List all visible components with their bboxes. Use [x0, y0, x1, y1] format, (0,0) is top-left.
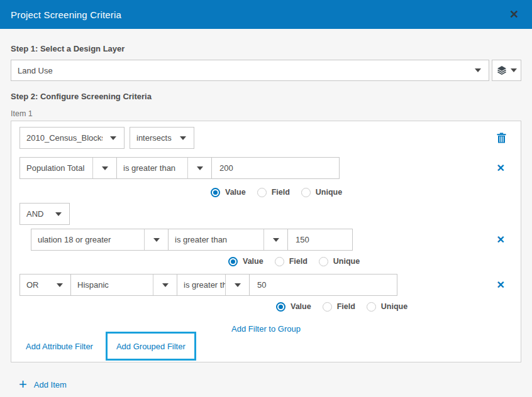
filter1-operator-select[interactable]: is greater than	[116, 157, 212, 179]
field-radio-label: Field	[272, 188, 290, 197]
filter2-value-input[interactable]	[287, 229, 353, 251]
remove-filter1-icon[interactable]: ✕	[497, 163, 505, 173]
filter1-mode-radios: Value Field Unique	[211, 187, 513, 197]
chevron-down-icon	[103, 128, 124, 148]
chevron-down-icon	[225, 275, 249, 295]
chevron-down-icon	[187, 158, 211, 178]
value-radio[interactable]	[228, 257, 238, 266]
filter1-field-select[interactable]: Population Total	[19, 157, 117, 179]
delete-item-button[interactable]	[497, 133, 506, 143]
layer-operator-row: 2010_Census_Blocks intersects	[19, 127, 513, 149]
add-item-button[interactable]: + Add Item	[19, 379, 521, 390]
and-conjunction-value: AND	[20, 209, 48, 219]
design-layer-select[interactable]: Land Use	[11, 60, 489, 81]
value-radio[interactable]	[211, 188, 220, 197]
filter3-field-value: Hispanic	[71, 280, 153, 290]
remove-filter2-icon[interactable]: ✕	[497, 235, 505, 245]
close-icon[interactable]: ✕	[507, 8, 521, 21]
dialog-body: Step 1: Select a Design Layer Land Use S…	[0, 44, 532, 390]
item-label: Item 1	[11, 109, 521, 118]
add-grouped-filter-link[interactable]: Add Grouped Filter	[116, 342, 186, 351]
add-filter-to-group-link[interactable]: Add Filter to Group	[231, 324, 301, 334]
and-conjunction-select[interactable]: AND	[19, 203, 70, 225]
filter3-field-select[interactable]: Hispanic	[70, 274, 177, 296]
chevron-down-icon	[263, 229, 287, 250]
value-radio-label: Value	[243, 257, 263, 266]
value-radio-label: Value	[225, 188, 246, 197]
step1-label: Step 1: Select a Design Layer	[11, 44, 521, 53]
design-layer-value: Land Use	[11, 66, 467, 75]
unique-radio-label: Unique	[381, 302, 407, 311]
census-layer-select[interactable]: 2010_Census_Blocks	[19, 127, 125, 149]
filter1-value-input[interactable]	[211, 157, 340, 179]
or-conjunction-value: OR	[20, 280, 49, 290]
field-radio-label: Field	[289, 257, 308, 266]
chevron-down-icon	[467, 60, 489, 80]
unique-radio[interactable]	[319, 257, 328, 266]
add-item-label: Add Item	[34, 380, 67, 389]
add-grouped-filter-highlight: Add Grouped Filter	[106, 332, 196, 361]
layers-icon	[497, 65, 507, 75]
dialog-header: Project Screening Criteria ✕	[0, 0, 532, 29]
filter2-field-value: ulation 18 or greater	[31, 235, 144, 244]
chevron-down-icon	[49, 275, 70, 295]
add-attribute-filter-link[interactable]: Add Attribute Filter	[26, 342, 93, 351]
unique-radio[interactable]	[301, 188, 311, 197]
filter3-value-input[interactable]	[249, 274, 397, 296]
filter2-mode-radios: Value Field Unique	[228, 256, 513, 266]
layer-options-dropdown[interactable]	[492, 60, 521, 81]
value-radio[interactable]	[276, 302, 285, 312]
design-layer-row: Land Use	[11, 60, 521, 81]
unique-radio-label: Unique	[333, 257, 360, 266]
spatial-operator-value: intersects	[130, 133, 172, 143]
or-conjunction-select[interactable]: OR	[19, 274, 71, 296]
conjunction-row: AND	[19, 203, 513, 225]
chevron-down-icon	[92, 158, 116, 178]
value-radio-label: Value	[291, 302, 311, 311]
step2-label: Step 2: Configure Screening Criteria	[11, 92, 521, 101]
dialog-title: Project Screening Criteria	[11, 9, 121, 20]
spatial-operator-select[interactable]: intersects	[130, 127, 194, 149]
remove-filter3-icon[interactable]: ✕	[497, 280, 505, 290]
filter2-operator-select[interactable]: is greater than	[168, 229, 288, 251]
filter-links-row: Add Attribute Filter Add Grouped Filter	[19, 332, 513, 361]
unique-radio-label: Unique	[316, 188, 342, 197]
plus-icon: +	[19, 379, 27, 390]
filter3-mode-radios: Value Field Unique	[276, 302, 513, 312]
trash-icon	[497, 133, 506, 143]
chevron-down-icon	[511, 68, 517, 72]
filter3-operator-value: is greater than	[177, 280, 225, 290]
chevron-down-icon	[144, 229, 168, 250]
filter-row-1: Population Total is greater than ✕	[19, 157, 513, 179]
chevron-down-icon	[153, 275, 177, 295]
filter2-field-select[interactable]: ulation 18 or greater	[31, 229, 169, 251]
unique-radio[interactable]	[367, 302, 376, 312]
filter1-operator-value: is greater than	[117, 163, 187, 173]
filter-row-3: OR Hispanic is greater than ✕	[19, 274, 513, 296]
filter-row-2: ulation 18 or greater is greater than ✕	[31, 229, 513, 251]
census-layer-value: 2010_Census_Blocks	[20, 133, 103, 143]
field-radio-label: Field	[337, 302, 355, 311]
filter2-operator-value: is greater than	[169, 235, 263, 244]
screening-item-panel: 2010_Census_Blocks intersects	[11, 121, 521, 362]
filter1-field-value: Population Total	[20, 163, 92, 173]
filter3-operator-select[interactable]: is greater than	[177, 274, 250, 296]
chevron-down-icon	[172, 128, 194, 148]
field-radio[interactable]	[257, 188, 267, 197]
field-radio[interactable]	[275, 257, 284, 266]
field-radio[interactable]	[323, 302, 332, 312]
chevron-down-icon	[48, 204, 69, 224]
